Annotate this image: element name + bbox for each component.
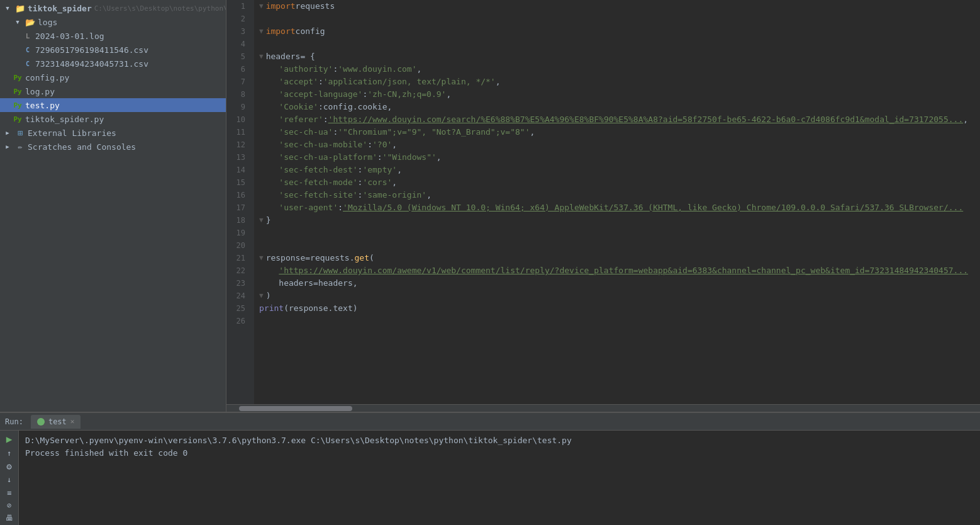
code-line-13: 'sec-ch-ua-platform': '"Windows"', bbox=[259, 151, 980, 164]
ln-14: 14 bbox=[226, 164, 249, 176]
ln-21: 21 bbox=[226, 252, 249, 264]
sidebar-item-tiktokpy[interactable]: Py tiktok_spider.py bbox=[0, 112, 226, 126]
folder-icon: 📁 bbox=[15, 3, 25, 13]
code-content[interactable]: ▼ import requests ▼ import config ▼ head… bbox=[254, 0, 980, 404]
ln-18: 18 bbox=[226, 214, 249, 227]
sidebar-item-config[interactable]: Py config.py bbox=[0, 71, 226, 84]
sidebar-item-csv1[interactable]: C 7296051796198411546.csv bbox=[0, 43, 226, 57]
fold-5: ▼ bbox=[259, 50, 264, 63]
code-line-26 bbox=[259, 315, 980, 327]
code-line-25: print(response.text) bbox=[259, 302, 980, 315]
run-label: Run: bbox=[5, 417, 23, 426]
csv1-icon: C bbox=[23, 45, 33, 55]
fold-18: ▼ bbox=[259, 214, 264, 227]
root-folder-label: tiktok_spider bbox=[28, 4, 92, 13]
console-sidebar: ▶ ↑ ⚙ ↓ ≡ ⊘ 🖶 bbox=[0, 431, 19, 525]
testpy-label: test.py bbox=[25, 101, 60, 110]
scratch-icon bbox=[15, 142, 25, 152]
bottom-panel: Run: test ✕ ▶ ↑ ⚙ ↓ ≡ ⊘ 🖶 D:\MyServer\.p… bbox=[0, 412, 980, 525]
code-line-20 bbox=[259, 239, 980, 252]
root-folder-path: C:\Users\s\Desktop\notes\python\tiktok bbox=[94, 4, 226, 13]
run-tab-test[interactable]: test ✕ bbox=[31, 415, 81, 429]
arrow-down-icon bbox=[3, 3, 13, 13]
ln-9: 9 bbox=[226, 101, 249, 113]
code-line-17: 'user-agent': 'Mozilla/5.0 (Windows NT 1… bbox=[259, 201, 980, 214]
ln-16: 16 bbox=[226, 189, 249, 201]
logs-folder-label: logs bbox=[38, 18, 57, 27]
ln-26: 26 bbox=[226, 315, 249, 327]
code-line-19 bbox=[259, 227, 980, 239]
code-line-1: ▼ import requests bbox=[259, 0, 980, 13]
sidebar-item-testpy[interactable]: Py test.py bbox=[0, 98, 226, 112]
scroll-up-button[interactable]: ↑ bbox=[3, 449, 16, 458]
code-line-18: ▼ } bbox=[259, 214, 980, 227]
fold-21: ▼ bbox=[259, 252, 264, 264]
ln-6: 6 bbox=[226, 63, 249, 76]
code-line-23: headers=headers, bbox=[259, 277, 980, 290]
ln-8: 8 bbox=[226, 88, 249, 101]
csv2-icon: C bbox=[23, 59, 33, 69]
fold-3: ▼ bbox=[259, 25, 264, 38]
code-line-7: 'accept': 'application/json, text/plain,… bbox=[259, 76, 980, 88]
console-output-line: Process finished with exit code 0 bbox=[25, 447, 974, 460]
config-py-icon: Py bbox=[13, 72, 23, 82]
log-file-label: 2024-03-01.log bbox=[35, 31, 104, 41]
ln-19: 19 bbox=[226, 227, 249, 239]
sidebar-item-csv2[interactable]: C 7323148494234045731.csv bbox=[0, 57, 226, 71]
run-button[interactable]: ▶ bbox=[3, 433, 16, 445]
editor-scrollbar[interactable] bbox=[226, 404, 980, 412]
editor-area: 1 2 3 4 5 6 7 8 9 10 11 12 13 14 15 16 1… bbox=[226, 0, 980, 412]
arrow-down-icon-logs bbox=[13, 17, 23, 27]
ln-1: 1 bbox=[226, 0, 249, 13]
tiktokpy-icon: Py bbox=[13, 114, 23, 124]
code-line-5: ▼ headers = { bbox=[259, 50, 980, 63]
ln-15: 15 bbox=[226, 176, 249, 189]
run-tab-label: test bbox=[48, 417, 67, 426]
code-line-15: 'sec-fetch-mode': 'cors', bbox=[259, 176, 980, 189]
code-line-12: 'sec-ch-ua-mobile': '?0', bbox=[259, 138, 980, 151]
arrow-right-icon bbox=[3, 128, 13, 138]
code-line-11: 'sec-ch-ua': '"Chromium";v="9", "Not?A_B… bbox=[259, 126, 980, 138]
sidebar-item-logfile[interactable]: L 2024-03-01.log bbox=[0, 29, 226, 43]
code-line-3: ▼ import config bbox=[259, 25, 980, 38]
settings-button[interactable]: ⚙ bbox=[3, 461, 16, 471]
line-numbers: 1 2 3 4 5 6 7 8 9 10 11 12 13 14 15 16 1… bbox=[226, 0, 254, 404]
scrollbar-thumb[interactable] bbox=[239, 406, 352, 411]
ln-2: 2 bbox=[226, 13, 249, 25]
console-content: ▶ ↑ ⚙ ↓ ≡ ⊘ 🖶 D:\MyServer\.pyenv\pyenv-w… bbox=[0, 431, 980, 525]
sidebar-item-scratches[interactable]: Scratches and Consoles bbox=[0, 140, 226, 154]
code-line-22: 'https://www.douyin.com/aweme/v1/web/com… bbox=[259, 264, 980, 277]
arrow-right-scratches-icon bbox=[3, 142, 13, 152]
code-line-14: 'sec-fetch-dest': 'empty', bbox=[259, 164, 980, 176]
ln-4: 4 bbox=[226, 38, 249, 50]
sidebar-item-logpy[interactable]: Py log.py bbox=[0, 84, 226, 98]
run-tab-close[interactable]: ✕ bbox=[70, 417, 75, 426]
ln-11: 11 bbox=[226, 126, 249, 138]
csv2-label: 7323148494234045731.csv bbox=[35, 59, 148, 69]
log-file-icon: L bbox=[23, 31, 33, 41]
run-status-icon bbox=[37, 418, 45, 426]
scratches-label: Scratches and Consoles bbox=[28, 142, 136, 152]
ln-23: 23 bbox=[226, 277, 249, 290]
ln-20: 20 bbox=[226, 239, 249, 252]
filter-button[interactable]: ≡ bbox=[3, 488, 16, 497]
code-line-8: 'accept-language': 'zh-CN,zh;q=0.9', bbox=[259, 88, 980, 101]
run-tab-bar: Run: test ✕ bbox=[0, 413, 980, 431]
clear-button[interactable]: ⊘ bbox=[3, 501, 16, 510]
scroll-down-button[interactable]: ↓ bbox=[3, 475, 16, 484]
fold-24: ▼ bbox=[259, 290, 264, 302]
csv1-label: 7296051796198411546.csv bbox=[35, 45, 148, 55]
sidebar-item-root[interactable]: 📁 tiktok_spider C:\Users\s\Desktop\notes… bbox=[0, 1, 226, 15]
print-button[interactable]: 🖶 bbox=[3, 514, 16, 522]
code-line-16: 'sec-fetch-site': 'same-origin', bbox=[259, 189, 980, 201]
ln-12: 12 bbox=[226, 138, 249, 151]
logpy-label: log.py bbox=[25, 87, 55, 96]
code-container: 1 2 3 4 5 6 7 8 9 10 11 12 13 14 15 16 1… bbox=[226, 0, 980, 404]
ln-17: 17 bbox=[226, 201, 249, 214]
code-line-2 bbox=[259, 13, 980, 25]
ln-24: 24 bbox=[226, 290, 249, 302]
sidebar-item-logs[interactable]: 📂 logs bbox=[0, 15, 226, 29]
sidebar-item-external[interactable]: External Libraries bbox=[0, 126, 226, 140]
main-area: 📁 tiktok_spider C:\Users\s\Desktop\notes… bbox=[0, 0, 980, 412]
external-lib-icon bbox=[15, 128, 25, 138]
